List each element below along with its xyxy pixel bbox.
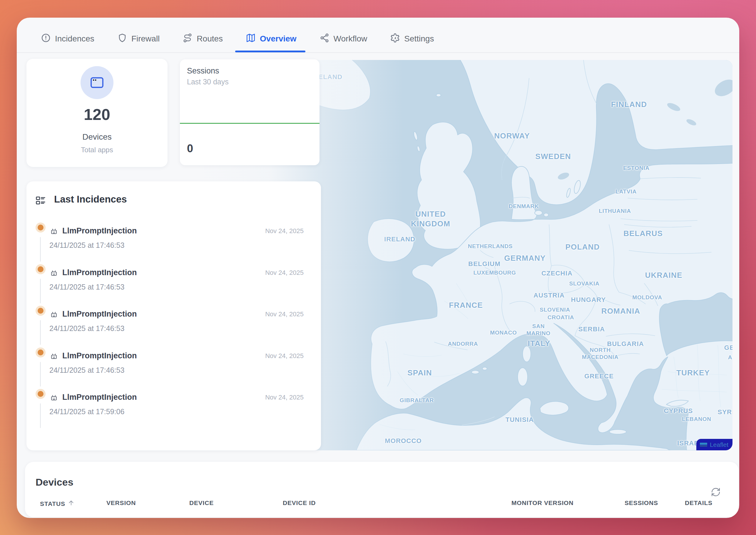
robot-icon	[50, 352, 58, 360]
devices-label: Devices	[26, 132, 168, 142]
country-label: MOROCCO	[385, 437, 422, 445]
country-label: BELARUS	[624, 229, 663, 239]
country-label: SWEDEN	[535, 152, 571, 161]
country-label: NETHERLANDS	[468, 243, 513, 250]
column-header-sessions[interactable]: SESSIONS	[625, 499, 658, 506]
incident-status-dot	[36, 306, 45, 316]
country-label: NORWAY	[494, 131, 530, 141]
sessions-card: Sessions Last 30 days 0	[180, 59, 320, 165]
flag-icon	[700, 442, 707, 447]
devices-count: 120	[26, 105, 168, 124]
country-label: BELGIUM	[468, 260, 501, 268]
incident-status-dot	[36, 222, 45, 233]
attribution-label: Leaflet	[710, 441, 728, 448]
incident-timestamp: 24/11/2025 at 17:59:06	[49, 408, 124, 416]
country-label: UNITED KINGDOM	[411, 209, 450, 228]
country-label: GIBRALTAR	[400, 397, 434, 404]
country-label: HUNGARY	[571, 296, 606, 304]
timeline-connector	[40, 362, 41, 386]
country-label: SYRIA	[717, 408, 733, 416]
country-label: SPAIN	[407, 368, 432, 378]
robot-icon	[50, 269, 58, 277]
column-header-monitor-version[interactable]: MONITOR VERSION	[512, 499, 574, 506]
incidence-item[interactable]: LlmPromptInjection24/11/2025 at 17:46:53…	[26, 225, 321, 266]
incident-timestamp: 24/11/2025 at 17:46:53	[49, 283, 124, 291]
sessions-subtitle: Last 30 days	[187, 78, 229, 86]
timeline-connector	[40, 237, 41, 262]
refresh-button[interactable]	[711, 487, 721, 497]
country-label: ITALY	[528, 339, 550, 348]
incidence-item[interactable]: LlmPromptInjection24/11/2025 at 17:46:53…	[26, 266, 321, 308]
last-incidences-title: Last Incidences	[54, 194, 127, 205]
incident-timestamp: 24/11/2025 at 17:46:53	[49, 324, 124, 333]
robot-icon	[50, 310, 58, 318]
country-label: ARMENIA	[728, 354, 733, 361]
country-label: CZECHIA	[542, 269, 573, 277]
country-label: GERMANY	[504, 253, 546, 263]
sessions-value: 0	[187, 142, 193, 155]
tab-overview[interactable]: Overview	[246, 25, 296, 52]
incident-date: Nov 24, 2025	[265, 352, 304, 360]
country-label: CROATIA	[547, 314, 574, 321]
incidence-item[interactable]: LlmPromptInjection24/11/2025 at 17:59:06…	[26, 391, 321, 433]
country-label: TURKEY	[676, 368, 710, 378]
robot-icon	[50, 394, 58, 402]
incidence-item[interactable]: LlmPromptInjection24/11/2025 at 17:46:53…	[26, 308, 321, 350]
shield-icon	[117, 33, 127, 45]
nav-tabs: Incidences Firewall Routes Overview	[41, 18, 434, 52]
country-label: LEBANON	[682, 416, 711, 423]
desktop-background: { "nav": { "tabs": [ {"label":"Incidence…	[0, 0, 756, 535]
country-label: FRANCE	[449, 300, 483, 310]
incident-date: Nov 24, 2025	[265, 227, 304, 235]
incident-date: Nov 24, 2025	[265, 394, 304, 401]
country-label: UKRAINE	[645, 270, 683, 280]
tab-routes[interactable]: Routes	[182, 25, 223, 52]
country-label: ANDORRA	[448, 340, 478, 348]
leaflet-attribution-link[interactable]: Leaflet	[696, 439, 733, 450]
tab-settings[interactable]: Settings	[390, 25, 434, 52]
sort-ascending-icon	[68, 499, 75, 508]
devices-stat-card: 120 Devices Total apps	[26, 59, 168, 167]
country-label: SLOVAKIA	[569, 280, 599, 287]
country-label: LATVIA	[615, 188, 637, 195]
app-window-icon	[80, 66, 113, 99]
country-label: GEORGIA	[724, 344, 733, 352]
incident-status-dot	[36, 348, 45, 357]
country-label: SLOVENIA	[540, 306, 570, 313]
column-header-version[interactable]: VERSION	[106, 499, 136, 506]
column-header-device[interactable]: DEVICE	[189, 499, 214, 506]
country-label: POLAND	[566, 242, 600, 252]
incident-date: Nov 24, 2025	[265, 269, 304, 277]
incident-name: LlmPromptInjection	[62, 393, 137, 402]
last-incidences-card: Last Incidences LlmPromptInjection24/11/…	[26, 182, 321, 450]
country-label: NORTH MACEDONIA	[582, 347, 618, 361]
list-details-icon	[35, 195, 46, 206]
devices-table-card: Devices STATUSVERSIONDEVICEDEVICE IDMONI…	[25, 462, 739, 517]
tab-label: Workflow	[334, 34, 367, 43]
timeline-connector	[40, 279, 41, 303]
country-label: IRELAND	[384, 235, 415, 243]
column-header-status[interactable]: STATUS	[40, 499, 75, 508]
incidence-item[interactable]: LlmPromptInjection24/11/2025 at 17:46:53…	[26, 350, 321, 391]
incident-name: LlmPromptInjection	[62, 310, 137, 319]
alert-circle-icon	[41, 33, 51, 45]
country-label: SERBIA	[578, 325, 605, 333]
devices-sublabel: Total apps	[26, 146, 168, 154]
route-icon	[182, 33, 192, 45]
column-header-device-id[interactable]: DEVICE ID	[283, 499, 316, 506]
tab-workflow[interactable]: Workflow	[320, 25, 367, 52]
sessions-title: Sessions	[187, 67, 219, 75]
column-header-details[interactable]: DETAILS	[685, 499, 713, 506]
incident-status-dot	[36, 264, 45, 274]
incident-date: Nov 24, 2025	[265, 310, 304, 318]
tab-firewall[interactable]: Firewall	[117, 25, 160, 52]
country-label: FINLAND	[611, 99, 647, 109]
tab-incidences[interactable]: Incidences	[41, 25, 94, 52]
robot-icon	[50, 227, 58, 235]
incident-timestamp: 24/11/2025 at 17:46:53	[49, 366, 124, 375]
devices-table-title: Devices	[36, 476, 73, 488]
country-label: DENMARK	[509, 203, 539, 210]
country-label: ROMANIA	[602, 306, 640, 316]
incident-name: LlmPromptInjection	[62, 226, 137, 236]
tab-label: Routes	[197, 34, 223, 43]
